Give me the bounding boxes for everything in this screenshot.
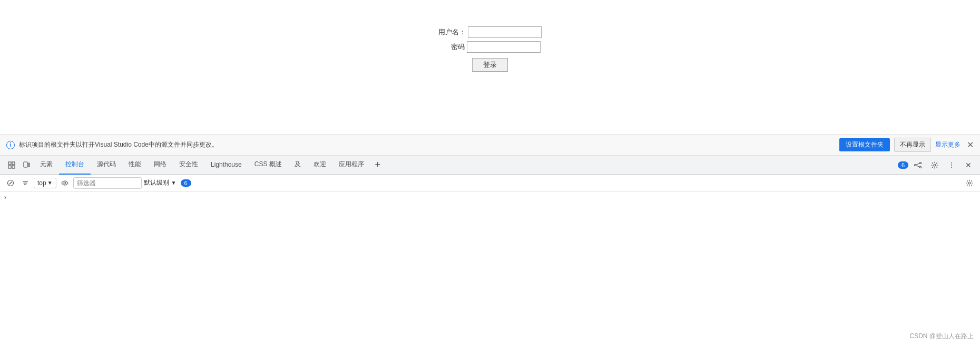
tab-security[interactable]: 安全性 (173, 156, 204, 175)
device-toolbar-icon[interactable] (19, 158, 34, 172)
svg-rect-4 (24, 162, 27, 167)
console-settings-icon[interactable] (963, 177, 976, 189)
tab-welcome[interactable]: 欢迎 (307, 156, 332, 175)
svg-rect-0 (8, 162, 11, 165)
svg-rect-2 (8, 166, 11, 168)
tab-sources[interactable]: 源代码 (91, 156, 122, 175)
close-infobar-icon[interactable]: ✕ (967, 140, 974, 150)
settings-icon[interactable] (927, 158, 942, 172)
dismiss-button[interactable]: 不再显示 (894, 138, 931, 152)
level-value: 默认级别 (144, 178, 169, 187)
svg-point-8 (920, 166, 922, 168)
password-input[interactable] (467, 41, 541, 53)
context-value: top (37, 179, 46, 187)
svg-point-6 (915, 164, 916, 166)
password-label: 密码 (438, 42, 465, 52)
svg-line-10 (916, 165, 919, 166)
console-expand-icon[interactable]: › (0, 191, 980, 203)
network-share-icon[interactable] (910, 158, 925, 172)
console-toolbar: top ▼ 默认级别 ▼ 6 (0, 175, 980, 191)
tab-console[interactable]: 控制台 (59, 156, 91, 175)
svg-point-11 (934, 164, 936, 166)
context-dropdown-icon: ▼ (47, 180, 53, 186)
devtools-tabs: 元素 控制台 源代码 性能 网络 安全性 Lighthouse CSS 概述 及… (0, 156, 980, 175)
tab-performance[interactable]: 性能 (122, 156, 148, 175)
info-icon: i (6, 141, 15, 149)
svg-line-13 (9, 181, 12, 184)
eye-icon[interactable] (58, 177, 71, 189)
svg-point-17 (64, 182, 66, 184)
show-more-link[interactable]: 显示更多 (935, 140, 961, 149)
devtools-panel: › (0, 191, 980, 203)
username-row: 用户名： (438, 26, 542, 38)
login-button[interactable]: 登录 (472, 58, 508, 72)
more-options-icon[interactable]: ⋮ (944, 158, 959, 172)
tab-ji[interactable]: 及 (288, 156, 307, 175)
svg-point-7 (920, 162, 922, 164)
svg-point-18 (968, 182, 971, 184)
tab-lighthouse[interactable]: Lighthouse (204, 156, 248, 175)
username-label: 用户名： (438, 27, 466, 37)
set-root-button[interactable]: 设置根文件夹 (839, 138, 890, 151)
watermark: CSDN @登山人在路上 (909, 332, 974, 341)
tabs-right: 6 ⋮ ✕ (898, 158, 976, 172)
tab-network[interactable]: 网络 (148, 156, 173, 175)
info-bar: i 标识项目的根文件夹以打开Visual Studio Code中的源文件并同步… (0, 135, 980, 156)
close-devtools-icon[interactable]: ✕ (961, 158, 976, 172)
svg-line-9 (916, 163, 919, 164)
svg-rect-5 (28, 163, 30, 167)
error-badge: 6 (898, 161, 908, 169)
clear-console-icon[interactable] (4, 177, 17, 189)
console-error-badge: 6 (181, 179, 191, 187)
browser-content: 用户名： 密码 登录 (0, 0, 980, 135)
tab-application[interactable]: 应用程序 (332, 156, 370, 175)
submit-row: 登录 (438, 58, 542, 72)
tab-css-overview[interactable]: CSS 概述 (248, 156, 288, 175)
inspect-element-icon[interactable] (4, 158, 19, 172)
svg-rect-1 (12, 162, 15, 165)
tab-elements[interactable]: 元素 (34, 156, 59, 175)
level-selector[interactable]: 默认级别 ▼ (144, 178, 177, 187)
info-text: 标识项目的根文件夹以打开Visual Studio Code中的源文件并同步更改… (19, 140, 835, 149)
password-row: 密码 (438, 41, 541, 53)
context-selector[interactable]: top ▼ (34, 178, 56, 188)
level-dropdown-icon: ▼ (171, 180, 177, 186)
toggle-filter-icon[interactable] (19, 177, 32, 189)
username-input[interactable] (468, 26, 542, 38)
filter-input[interactable] (73, 177, 142, 189)
login-form: 用户名： 密码 登录 (438, 26, 542, 72)
add-tab-icon[interactable]: + (370, 158, 385, 172)
svg-rect-3 (12, 166, 15, 168)
